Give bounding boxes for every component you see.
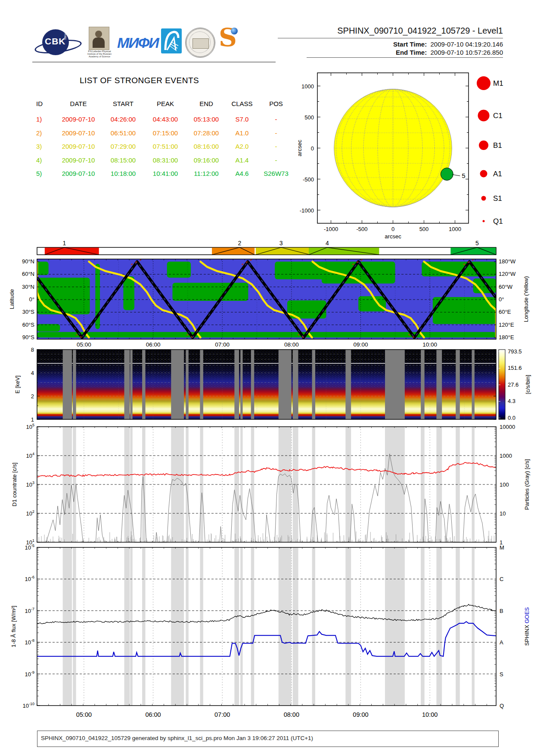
legend-dot-A1 [480, 170, 487, 178]
colorbar-tick-label: 4.3 [508, 398, 515, 404]
lon-tick-label: 120°W [499, 271, 516, 277]
sun-ytick: 500 [304, 114, 314, 121]
colorbar-tick-label: 793.5 [508, 348, 522, 355]
log-tick-label: 10-10 [23, 702, 34, 709]
data-gap-bar [345, 350, 351, 419]
lon-tick-label: 180°E [499, 334, 514, 341]
flux-bg [37, 547, 496, 706]
plots-canvas: 10005000-500-1000-1000-50005001000arcsec… [0, 0, 534, 756]
log-tick-label: 10-7 [25, 607, 34, 614]
log-tick-label: 102 [26, 509, 34, 517]
energy-tick-label: 4 [31, 370, 34, 376]
lat-tick-label: 90°N [22, 258, 34, 265]
goes-class-letter: M [500, 544, 504, 551]
colorbar-tick-label: 151.6 [508, 365, 522, 371]
bottom-hour-label: 10:00 [422, 711, 438, 718]
data-gap-band [171, 547, 184, 706]
land-patch [37, 278, 90, 314]
log-tick-label: 103 [26, 481, 34, 488]
goes-class-letter: B [500, 608, 503, 614]
log-tick-label: 105 [26, 423, 34, 430]
log-tick-label: 10-9 [25, 670, 34, 678]
flare-spot [441, 168, 453, 180]
sun-plot: 10005000-500-1000-1000-50005001000arcsec… [300, 73, 503, 240]
data-gap-bar [385, 350, 405, 419]
sun-xtick: -500 [356, 226, 367, 232]
data-gap-bar [130, 350, 132, 419]
legend-label-S1: S1 [493, 194, 502, 203]
data-gap-band [63, 547, 72, 706]
data-gap-bar [293, 350, 298, 419]
energy-tick-label: 8 [31, 347, 34, 353]
data-gap-bar [251, 350, 254, 419]
data-gap-bar [472, 350, 475, 419]
sun-ytick: 0 [311, 145, 314, 152]
footer-box: SPHINX_090710_041922_105729 generated by… [37, 731, 499, 747]
sun-ytick: -500 [303, 176, 314, 183]
flare-pointer [452, 175, 460, 176]
bottom-hour-label: 09:00 [353, 711, 368, 718]
goes-class-letter: S [500, 671, 503, 678]
event-strip-seg-4 [309, 247, 379, 255]
orbit-ylabel-left: Latitude [9, 289, 15, 309]
spectrogram-speckle [37, 350, 496, 388]
lat-tick-label: 60°S [22, 322, 35, 328]
lon-tick-label: 0° [499, 296, 504, 303]
colorbar-tick-label: 0.0 [508, 415, 515, 421]
flux-ylabel: 1-8 Å flux [W/m²] [10, 606, 17, 647]
legend-label-B1: B1 [493, 141, 502, 150]
energy-tick-label: 1 [31, 416, 34, 423]
data-gap-band [186, 547, 188, 706]
event-strip-seg-1 [45, 247, 99, 255]
land-patch [123, 276, 134, 310]
data-gap-bar [234, 350, 239, 419]
colorbar-unit-label: [c/s/bin] [525, 375, 531, 394]
lon-tick-label: 180°W [499, 258, 516, 265]
data-gap-bar [240, 350, 242, 419]
bottom-hour-label: 08:00 [284, 711, 299, 718]
sun-xtick: 500 [419, 226, 429, 232]
data-gap-band [345, 547, 351, 706]
bottom-hour-label: 07:00 [214, 711, 230, 718]
lon-tick-label: 60°W [499, 284, 513, 290]
legend-dot-C1 [478, 110, 490, 122]
lat-tick-label: 30°N [22, 284, 34, 290]
land-patch [37, 324, 60, 332]
spectrogram-panel: 8421793.5151.627.64.30.0 [31, 347, 522, 423]
sun-xlabel: arcsec [385, 233, 401, 240]
land-patch [37, 262, 49, 275]
d1-ylabel: D1 countrate [c/s] [11, 462, 18, 506]
flux-panel: 10-5M10-6C10-7B10-8A10-9S10-10QSPHINX GO… [23, 544, 530, 718]
lat-tick-label: 60°N [22, 271, 34, 277]
land-patch [358, 296, 386, 311]
data-gap-band [385, 547, 405, 706]
log-tick-label: 10-6 [25, 575, 34, 582]
data-gap-bar [200, 350, 203, 419]
legend-dot-M1 [477, 76, 491, 90]
data-gap-band [279, 547, 292, 706]
lat-tick-label: 0° [29, 296, 34, 303]
event-strip: 12345 [37, 240, 496, 255]
particles-tick-label: 100 [500, 481, 509, 488]
hour-label: 05:00 [77, 341, 91, 348]
legend-dot-B1 [479, 141, 488, 150]
goes-class-letter: Q [500, 703, 504, 709]
data-gap-band [312, 547, 315, 706]
data-gap-bar [171, 350, 184, 419]
flare-label: 5 [462, 172, 465, 179]
legend-dot-Q1 [483, 220, 485, 222]
data-gap-bar [142, 350, 145, 419]
hour-label: 06:00 [146, 341, 161, 348]
sun-ytick: 1000 [301, 83, 314, 90]
data-gap-band [234, 547, 239, 706]
sun-ylabel: arcsec [296, 140, 303, 156]
data-gap-bar [124, 350, 130, 419]
hour-label: 09:00 [354, 341, 368, 348]
legend-dot-S1 [481, 196, 486, 201]
bottom-hour-label: 06:00 [145, 711, 161, 718]
orbit-map-panel: 90°N60°N30°N0°30°S60°S90°S180°W120°W60°W… [22, 258, 516, 348]
footer-text: SPHINX_090710_041922_105729 generated by… [37, 731, 498, 741]
log-tick-label: 104 [26, 452, 34, 459]
land-patch [167, 262, 191, 278]
data-gap-bar [312, 350, 315, 419]
